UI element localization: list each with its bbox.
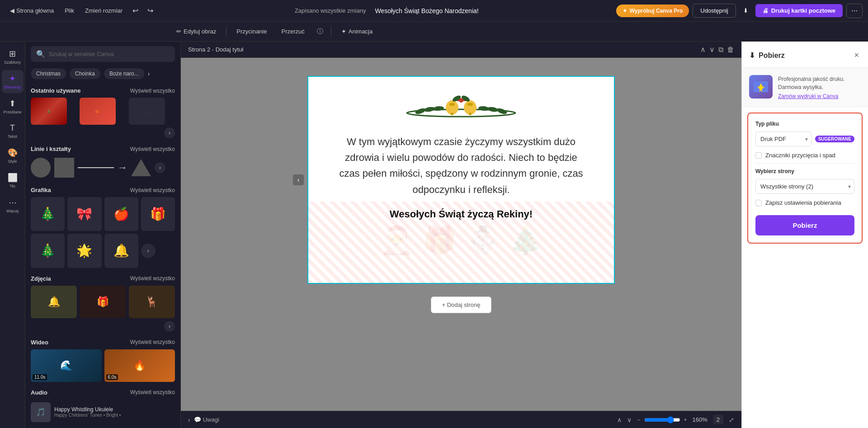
tag-christmas[interactable]: Christmas xyxy=(31,68,66,79)
download-close-button[interactable]: × xyxy=(852,49,861,62)
tag-boze[interactable]: Boże naro... xyxy=(104,68,144,79)
recently-used-show-all[interactable]: Wyświetl wszystko xyxy=(130,88,175,94)
photos-show-all[interactable]: Wyświetl wszystko xyxy=(130,275,175,282)
zoom-minus[interactable]: − xyxy=(637,417,640,423)
download-icon-button[interactable]: ⬇ xyxy=(740,4,752,17)
shapes-row: → › xyxy=(31,156,175,179)
expand-pages-footer[interactable]: ∨ xyxy=(627,416,632,423)
audio-section: Audio Wyświetl wszystko 🎵 Happy Whistlin… xyxy=(25,386,180,428)
crop-marks-checkbox[interactable] xyxy=(755,152,762,159)
canvas-header-actions: ∧ ∨ ⧉ 🗑 xyxy=(700,45,734,54)
download-panel: ⬇ Pobierz × Profesjonalna jakość druku. … xyxy=(741,42,868,428)
sidebar-item-style[interactable]: 🎨 Style xyxy=(2,144,24,167)
comments-button[interactable]: 💬 Uwagi xyxy=(194,416,219,423)
sidebar-item-uploads[interactable]: ⬆ Prześlane xyxy=(2,95,24,118)
fullscreen-button[interactable]: ⤢ xyxy=(729,416,734,423)
tag-choinka[interactable]: Choinka xyxy=(70,68,100,79)
zoom-plus[interactable]: + xyxy=(684,417,687,423)
shape-line[interactable] xyxy=(78,167,114,168)
share-button[interactable]: Udostępnij xyxy=(693,4,736,18)
hide-panel-button[interactable]: ‹ xyxy=(188,416,190,423)
home-button[interactable]: ◀ Strona główna xyxy=(5,5,58,17)
canvas-scroll[interactable]: ‹ 🎅 🎁 ⛄ 🎄 xyxy=(181,58,741,411)
search-box[interactable]: 🔍 xyxy=(31,46,175,62)
collapse-left-button[interactable]: ‹ xyxy=(293,174,304,185)
separator xyxy=(226,26,226,37)
sidebar-item-more[interactable]: ⋯ Więcej xyxy=(2,194,24,217)
shape-circle[interactable] xyxy=(31,158,51,178)
sidebar-item-background[interactable]: ⬜ Tło xyxy=(2,169,24,192)
file-type-row: Druk PDF PDF standardowy PNG JPG SVG SUG… xyxy=(755,132,854,146)
shapes-next[interactable]: › xyxy=(155,162,165,173)
search-input[interactable] xyxy=(49,51,170,57)
home-icon: ◀ xyxy=(10,7,14,14)
edit-image-button[interactable]: ✏ Edytuj obraz xyxy=(172,26,221,37)
graphic-item-4[interactable]: 🎁 xyxy=(141,197,175,231)
bold-text[interactable]: Wesołych Świąt życzą Rekiny! xyxy=(390,208,533,220)
main-text[interactable]: W tym wyjątkowym czasie życzymy wszystki… xyxy=(335,134,588,198)
shape-arrow[interactable]: → xyxy=(118,162,127,174)
duplicate-page-button[interactable]: ⧉ xyxy=(718,45,723,54)
audio-item-1[interactable]: 🎵 Happy Whistling Ukulele Happy Children… xyxy=(31,400,175,425)
graphic-item-1[interactable]: 🎄 xyxy=(31,197,65,231)
tags-next[interactable]: › xyxy=(148,70,150,77)
audio-thumb-1: 🎵 xyxy=(31,402,51,422)
graphics-next[interactable]: › xyxy=(141,244,156,258)
collapse-pages-footer[interactable]: ∧ xyxy=(617,416,622,423)
sidebar-item-elements[interactable]: ✦ Elementy xyxy=(2,70,24,93)
save-settings-checkbox[interactable] xyxy=(755,200,762,206)
collapse-pages-up[interactable]: ∧ xyxy=(700,45,706,54)
audio-show-all[interactable]: Wyświetl wszystko xyxy=(130,389,175,395)
pages-select-row: Wszystkie strony (2) Strona 1 Strona 2 xyxy=(755,179,854,194)
lines-shapes-show-all[interactable]: Wyświetl wszystko xyxy=(130,146,175,152)
shape-triangle[interactable] xyxy=(131,159,151,176)
file-type-select[interactable]: Druk PDF PDF standardowy PNG JPG SVG xyxy=(755,132,811,146)
page-title: Strona 2 - Dodaj tytuł xyxy=(188,46,243,53)
redo-button[interactable]: ↪ xyxy=(144,4,157,18)
add-page-button[interactable]: + Dodaj stronę xyxy=(431,296,492,313)
promo-link[interactable]: Zamów wydruki w Canva xyxy=(778,93,861,99)
recent-item-2[interactable]: 🎁 xyxy=(80,98,116,125)
page-card[interactable]: 🎅 🎁 ⛄ 🎄 xyxy=(307,76,615,284)
collapse-pages-down[interactable]: ∨ xyxy=(709,45,715,54)
graphic-item-6[interactable]: 🌟 xyxy=(67,234,101,268)
undo-button[interactable]: ↩ xyxy=(129,4,142,18)
resize-menu[interactable]: Zmień rozmiar xyxy=(80,5,127,17)
graphics-show-all[interactable]: Wyświetl wszystko xyxy=(130,187,175,193)
graphic-item-5[interactable]: 🎄 xyxy=(31,234,65,268)
photo-item-2[interactable]: 🎁 xyxy=(80,286,126,318)
download-button[interactable]: Pobierz xyxy=(755,215,854,235)
sidebar-item-text[interactable]: T Tekst xyxy=(2,120,24,142)
more-icon: ⋯ xyxy=(9,198,17,207)
shape-rect[interactable] xyxy=(54,158,74,178)
photos-next[interactable]: › xyxy=(164,321,175,332)
photo-item-1[interactable]: 🔔 xyxy=(31,286,77,318)
file-menu[interactable]: Plik xyxy=(60,5,79,17)
print-button[interactable]: 🖨 Drukuj kartki pocztowe xyxy=(755,4,843,17)
recently-used-next[interactable]: › xyxy=(164,127,175,138)
video-show-all[interactable]: Wyświetl wszystko xyxy=(130,339,175,345)
recent-item-3[interactable]: ... xyxy=(129,98,165,125)
animation-button[interactable]: ✦ Animacja xyxy=(337,26,377,37)
background-icon: ⬜ xyxy=(8,173,18,183)
video-item-1[interactable]: 🌊 11.0s xyxy=(31,349,102,382)
zoom-value: 160% xyxy=(693,416,708,423)
zoom-slider[interactable] xyxy=(644,416,680,423)
video-item-2[interactable]: 🔥 6.0s xyxy=(104,349,175,382)
delete-page-button[interactable]: 🗑 xyxy=(727,45,734,54)
graphic-item-2[interactable]: 🎀 xyxy=(67,197,101,231)
crop-button[interactable]: Przycinanie xyxy=(232,26,271,37)
pages-select[interactable]: Wszystkie strony (2) Strona 1 Strona 2 xyxy=(755,179,854,194)
flip-button[interactable]: Przerzuć xyxy=(277,26,309,37)
photo-item-3[interactable]: 🦌 xyxy=(129,286,175,318)
recent-item-1[interactable]: 🎄 xyxy=(31,98,67,125)
graphic-item-3[interactable]: 🍎 xyxy=(104,197,138,231)
topbar-right: ✦ Wypróbuj Canva Pro Udostępnij ⬇ 🖨 Druk… xyxy=(616,4,863,18)
sidebar-item-templates[interactable]: ⊞ Szablony xyxy=(2,45,24,68)
separator2 xyxy=(331,26,331,37)
more-options-button[interactable]: ⋯ xyxy=(846,4,863,18)
try-pro-button[interactable]: ✦ Wypróbuj Canva Pro xyxy=(616,5,689,17)
text-icon: T xyxy=(10,123,15,133)
graphic-item-7[interactable]: 🔔 xyxy=(104,234,138,268)
info-button[interactable]: ⓘ xyxy=(315,25,326,38)
